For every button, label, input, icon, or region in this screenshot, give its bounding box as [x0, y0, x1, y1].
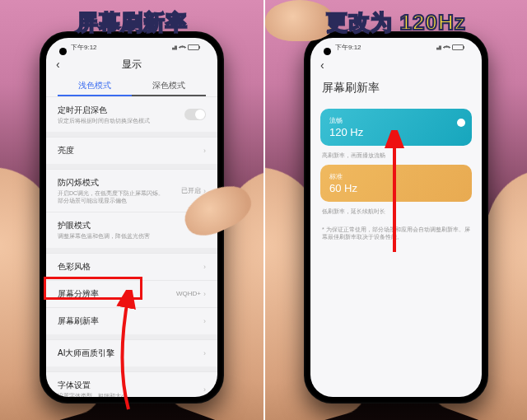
row-timed-dark[interactable]: 定时开启深色 设定后将根据时间自动切换深色模式 — [46, 96, 217, 132]
chevron-right-icon: › — [203, 349, 206, 357]
selected-icon — [457, 119, 465, 127]
chevron-right-icon: › — [203, 290, 206, 298]
annotation-arrow — [382, 130, 407, 254]
caption-right: 更改为 120Hz — [326, 8, 465, 37]
back-icon[interactable]: ‹ — [56, 58, 60, 71]
status-time: 下午9:12 — [335, 43, 361, 52]
punch-hole-camera — [59, 48, 67, 55]
page-title: ‹ 显示 — [46, 56, 217, 77]
chevron-right-icon: › — [203, 147, 206, 155]
annotation-arrow — [112, 290, 145, 413]
signal-icon — [434, 44, 441, 50]
chevron-right-icon: › — [203, 263, 206, 271]
signal-icon — [170, 44, 177, 50]
page-title: 屏幕刷新率 — [310, 74, 482, 104]
toggle-timed-dark[interactable] — [184, 109, 206, 120]
caption-left: 屏幕刷新率 — [77, 8, 188, 37]
tab-dark-mode[interactable]: 深色模式 — [132, 77, 206, 96]
row-brightness[interactable]: 亮度 › — [46, 137, 217, 164]
back-icon[interactable]: ‹ — [320, 58, 324, 72]
wifi-icon — [179, 43, 187, 51]
punch-hole-camera — [324, 48, 331, 55]
wifi-icon — [443, 43, 451, 51]
status-time: 下午9:12 — [71, 43, 97, 52]
battery-icon — [188, 44, 199, 50]
chevron-right-icon: › — [203, 317, 206, 325]
row-color-style[interactable]: 色彩风格 › — [46, 253, 217, 280]
chevron-right-icon: › — [203, 385, 206, 394]
tab-light-mode[interactable]: 浅色模式 — [58, 77, 132, 96]
battery-icon — [452, 44, 464, 50]
status-bar: 下午9:12 — [46, 38, 217, 56]
status-bar: 下午9:12 — [310, 38, 482, 56]
